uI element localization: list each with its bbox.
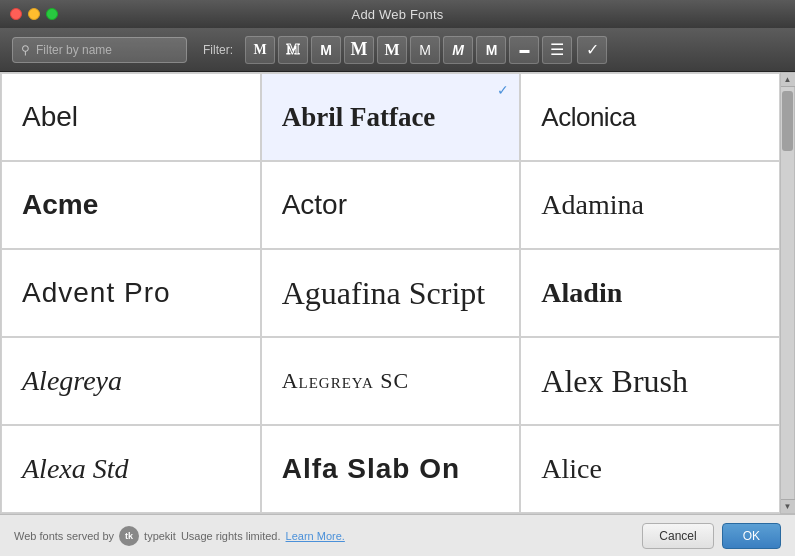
cancel-button[interactable]: Cancel <box>642 523 713 549</box>
view-grid-button[interactable]: ☰ <box>542 36 572 64</box>
font-name-alegreya: Alegreya <box>22 365 122 397</box>
font-cell-aclonica[interactable]: Aclonica <box>520 73 780 161</box>
font-name-alice: Alice <box>541 453 602 485</box>
font-name-aguafina: Aguafina Script <box>282 275 486 312</box>
typekit-logo: tk <box>119 526 139 546</box>
font-name-actor: Actor <box>282 189 347 221</box>
ok-button[interactable]: OK <box>722 523 781 549</box>
font-cell-abril[interactable]: Abril Fatface✓ <box>261 73 521 161</box>
titlebar: Add Web Fonts <box>0 0 795 28</box>
window-title: Add Web Fonts <box>352 7 444 22</box>
font-cell-actor[interactable]: Actor <box>261 161 521 249</box>
font-cell-advent[interactable]: Advent Pro <box>1 249 261 337</box>
font-name-abel: Abel <box>22 101 78 133</box>
scroll-thumb[interactable] <box>782 91 793 151</box>
font-name-alex: Alex Brush <box>541 363 688 400</box>
filter-decorative[interactable]: M <box>377 36 407 64</box>
filter-sans-filled[interactable]: M <box>311 36 341 64</box>
scroll-up-arrow[interactable]: ▲ <box>781 73 795 87</box>
toolbar: ⚲ Filter: M M M M M M M M ▬ ☰ ✓ <box>0 28 795 72</box>
maximize-button[interactable] <box>46 8 58 20</box>
filter-serif-outline[interactable]: M <box>278 36 308 64</box>
font-cell-alegreya-sc[interactable]: Alegreya SC <box>261 337 521 425</box>
font-cell-aladin[interactable]: Aladin <box>520 249 780 337</box>
filter-buttons: M M M M M M M M ▬ ☰ ✓ <box>245 36 607 64</box>
served-by-text: Web fonts served by <box>14 530 114 542</box>
traffic-lights <box>10 8 58 20</box>
font-name-adamina: Adamina <box>541 189 644 221</box>
footer-buttons: Cancel OK <box>642 523 781 549</box>
filter-serif-filled[interactable]: M <box>245 36 275 64</box>
close-button[interactable] <box>10 8 22 20</box>
font-name-alfa: Alfa Slab On <box>282 453 460 485</box>
font-name-alexa: Alexa Std <box>22 453 129 485</box>
font-cell-adamina[interactable]: Adamina <box>520 161 780 249</box>
search-icon: ⚲ <box>21 43 30 57</box>
font-cell-alexa[interactable]: Alexa Std <box>1 425 261 513</box>
selected-checkmark-abril: ✓ <box>497 82 509 98</box>
typekit-icon: tk <box>125 531 133 541</box>
filter-label: Filter: <box>203 43 233 57</box>
scroll-down-arrow[interactable]: ▼ <box>781 499 795 513</box>
typekit-name: typekit <box>144 530 176 542</box>
font-cell-alfa[interactable]: Alfa Slab On <box>261 425 521 513</box>
filter-sans-light[interactable]: M <box>410 36 440 64</box>
font-name-advent: Advent Pro <box>22 277 171 309</box>
scrollbar[interactable]: ▲ ▼ <box>780 72 795 514</box>
font-name-alegreya-sc: Alegreya SC <box>282 368 410 394</box>
footer-info: Web fonts served by tk typekit Usage rig… <box>14 526 345 546</box>
font-grid: AbelAbril Fatface✓AclonicaAcmeActorAdami… <box>0 72 780 514</box>
search-input[interactable] <box>36 43 178 57</box>
font-cell-aguafina[interactable]: Aguafina Script <box>261 249 521 337</box>
filter-script[interactable]: M <box>344 36 374 64</box>
filter-italic[interactable]: M <box>443 36 473 64</box>
filter-bold[interactable]: M <box>476 36 506 64</box>
font-name-aladin: Aladin <box>541 277 622 309</box>
footer: Web fonts served by tk typekit Usage rig… <box>0 514 795 556</box>
minimize-button[interactable] <box>28 8 40 20</box>
font-cell-acme[interactable]: Acme <box>1 161 261 249</box>
confirm-button[interactable]: ✓ <box>577 36 607 64</box>
font-name-acme: Acme <box>22 189 98 221</box>
font-cell-abel[interactable]: Abel <box>1 73 261 161</box>
font-name-aclonica: Aclonica <box>541 102 635 133</box>
view-lines-button[interactable]: ▬ <box>509 36 539 64</box>
search-box[interactable]: ⚲ <box>12 37 187 63</box>
font-cell-alice[interactable]: Alice <box>520 425 780 513</box>
main-content: AbelAbril Fatface✓AclonicaAcmeActorAdami… <box>0 72 795 514</box>
font-cell-alegreya[interactable]: Alegreya <box>1 337 261 425</box>
font-cell-alex[interactable]: Alex Brush <box>520 337 780 425</box>
learn-more-link[interactable]: Learn More. <box>286 530 345 542</box>
font-name-abril: Abril Fatface <box>282 102 436 133</box>
usage-rights-text: Usage rights limited. <box>181 530 281 542</box>
